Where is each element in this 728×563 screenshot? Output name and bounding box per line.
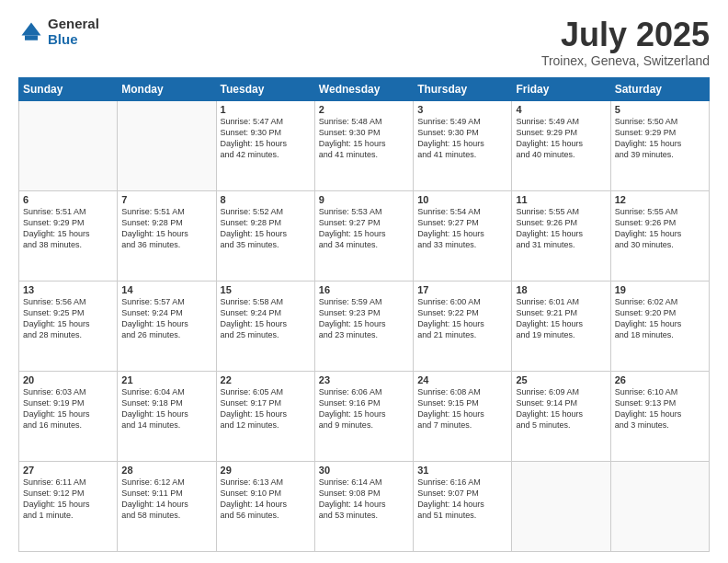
calendar-cell: 21Sunrise: 6:04 AM Sunset: 9:18 PM Dayli… — [118, 371, 216, 461]
day-info: Sunrise: 5:48 AM Sunset: 9:30 PM Dayligh… — [319, 116, 409, 161]
day-number: 11 — [516, 194, 606, 205]
day-info: Sunrise: 5:52 AM Sunset: 9:28 PM Dayligh… — [221, 206, 311, 251]
calendar-cell: 28Sunrise: 6:12 AM Sunset: 9:11 PM Dayli… — [118, 461, 216, 551]
svg-marker-0 — [22, 22, 41, 35]
calendar-cell: 8Sunrise: 5:52 AM Sunset: 9:28 PM Daylig… — [216, 190, 314, 281]
day-info: Sunrise: 5:55 AM Sunset: 9:26 PM Dayligh… — [615, 206, 705, 251]
calendar-cell: 1Sunrise: 5:47 AM Sunset: 9:30 PM Daylig… — [216, 100, 314, 190]
calendar-cell: 25Sunrise: 6:09 AM Sunset: 9:14 PM Dayli… — [512, 371, 610, 461]
page: General Blue July 2025 Troinex, Geneva, … — [0, 0, 728, 563]
calendar-cell: 18Sunrise: 6:01 AM Sunset: 9:21 PM Dayli… — [512, 281, 610, 371]
day-info: Sunrise: 6:05 AM Sunset: 9:17 PM Dayligh… — [221, 386, 311, 431]
day-number: 30 — [319, 465, 409, 476]
header-row: Sunday Monday Tuesday Wednesday Thursday… — [19, 77, 710, 100]
svg-rect-1 — [25, 35, 38, 40]
day-number: 29 — [221, 465, 311, 476]
col-sunday: Sunday — [19, 77, 118, 100]
col-monday: Monday — [118, 77, 216, 100]
day-number: 12 — [615, 194, 705, 205]
day-info: Sunrise: 5:54 AM Sunset: 9:27 PM Dayligh… — [417, 206, 507, 251]
day-info: Sunrise: 5:55 AM Sunset: 9:26 PM Dayligh… — [516, 206, 606, 251]
day-number: 28 — [121, 465, 211, 476]
calendar-cell: 24Sunrise: 6:08 AM Sunset: 9:15 PM Dayli… — [414, 371, 512, 461]
col-tuesday: Tuesday — [216, 77, 314, 100]
calendar-cell: 30Sunrise: 6:14 AM Sunset: 9:08 PM Dayli… — [314, 461, 413, 551]
day-info: Sunrise: 5:49 AM Sunset: 9:30 PM Dayligh… — [417, 116, 507, 161]
calendar-cell: 17Sunrise: 6:00 AM Sunset: 9:22 PM Dayli… — [414, 281, 512, 371]
day-number: 16 — [319, 284, 409, 295]
day-info: Sunrise: 5:59 AM Sunset: 9:23 PM Dayligh… — [319, 296, 409, 341]
day-number: 24 — [417, 374, 507, 385]
day-info: Sunrise: 6:09 AM Sunset: 9:14 PM Dayligh… — [516, 386, 606, 431]
day-info: Sunrise: 6:00 AM Sunset: 9:22 PM Dayligh… — [417, 296, 507, 341]
day-info: Sunrise: 6:16 AM Sunset: 9:07 PM Dayligh… — [417, 477, 507, 522]
calendar-cell — [118, 100, 216, 190]
calendar-cell: 11Sunrise: 5:55 AM Sunset: 9:26 PM Dayli… — [512, 190, 610, 281]
calendar-cell: 31Sunrise: 6:16 AM Sunset: 9:07 PM Dayli… — [414, 461, 512, 551]
day-number: 21 — [121, 374, 211, 385]
day-info: Sunrise: 6:12 AM Sunset: 9:11 PM Dayligh… — [121, 477, 211, 522]
day-info: Sunrise: 5:51 AM Sunset: 9:28 PM Dayligh… — [121, 206, 211, 251]
calendar-cell: 6Sunrise: 5:51 AM Sunset: 9:29 PM Daylig… — [19, 190, 118, 281]
day-info: Sunrise: 5:51 AM Sunset: 9:29 PM Dayligh… — [23, 206, 113, 251]
week-row-4: 20Sunrise: 6:03 AM Sunset: 9:19 PM Dayli… — [19, 371, 710, 461]
week-row-3: 13Sunrise: 5:56 AM Sunset: 9:25 PM Dayli… — [19, 281, 710, 371]
col-friday: Friday — [512, 77, 610, 100]
day-info: Sunrise: 5:57 AM Sunset: 9:24 PM Dayligh… — [121, 296, 211, 341]
calendar-header: Sunday Monday Tuesday Wednesday Thursday… — [19, 77, 710, 100]
day-info: Sunrise: 5:50 AM Sunset: 9:29 PM Dayligh… — [615, 116, 705, 161]
day-info: Sunrise: 6:11 AM Sunset: 9:12 PM Dayligh… — [23, 477, 113, 522]
calendar-table: Sunday Monday Tuesday Wednesday Thursday… — [18, 77, 710, 552]
main-title: July 2025 — [541, 17, 710, 53]
day-info: Sunrise: 6:14 AM Sunset: 9:08 PM Dayligh… — [319, 477, 409, 522]
day-number: 14 — [121, 284, 211, 295]
day-info: Sunrise: 6:10 AM Sunset: 9:13 PM Dayligh… — [615, 386, 705, 431]
calendar-cell: 29Sunrise: 6:13 AM Sunset: 9:10 PM Dayli… — [216, 461, 314, 551]
logo: General Blue — [18, 17, 99, 47]
calendar-cell: 14Sunrise: 5:57 AM Sunset: 9:24 PM Dayli… — [118, 281, 216, 371]
calendar-cell: 26Sunrise: 6:10 AM Sunset: 9:13 PM Dayli… — [610, 371, 709, 461]
calendar-cell — [610, 461, 709, 551]
day-number: 25 — [516, 374, 606, 385]
day-info: Sunrise: 6:06 AM Sunset: 9:16 PM Dayligh… — [319, 386, 409, 431]
day-number: 18 — [516, 284, 606, 295]
day-number: 3 — [417, 104, 507, 115]
day-number: 6 — [23, 194, 113, 205]
calendar-cell: 23Sunrise: 6:06 AM Sunset: 9:16 PM Dayli… — [314, 371, 413, 461]
day-info: Sunrise: 5:49 AM Sunset: 9:29 PM Dayligh… — [516, 116, 606, 161]
day-number: 20 — [23, 374, 113, 385]
day-number: 15 — [221, 284, 311, 295]
logo-blue: Blue — [48, 32, 99, 48]
col-saturday: Saturday — [610, 77, 709, 100]
calendar-cell: 13Sunrise: 5:56 AM Sunset: 9:25 PM Dayli… — [19, 281, 118, 371]
day-number: 9 — [319, 194, 409, 205]
day-number: 10 — [417, 194, 507, 205]
day-number: 4 — [516, 104, 606, 115]
calendar-cell: 9Sunrise: 5:53 AM Sunset: 9:27 PM Daylig… — [314, 190, 413, 281]
col-thursday: Thursday — [414, 77, 512, 100]
calendar-cell: 16Sunrise: 5:59 AM Sunset: 9:23 PM Dayli… — [314, 281, 413, 371]
header: General Blue July 2025 Troinex, Geneva, … — [18, 17, 710, 68]
day-info: Sunrise: 5:53 AM Sunset: 9:27 PM Dayligh… — [319, 206, 409, 251]
day-info: Sunrise: 5:47 AM Sunset: 9:30 PM Dayligh… — [221, 116, 311, 161]
calendar-cell: 15Sunrise: 5:58 AM Sunset: 9:24 PM Dayli… — [216, 281, 314, 371]
calendar-cell: 5Sunrise: 5:50 AM Sunset: 9:29 PM Daylig… — [610, 100, 709, 190]
calendar-cell — [19, 100, 118, 190]
day-number: 26 — [615, 374, 705, 385]
calendar-cell — [512, 461, 610, 551]
day-number: 13 — [23, 284, 113, 295]
day-info: Sunrise: 6:02 AM Sunset: 9:20 PM Dayligh… — [615, 296, 705, 341]
day-number: 23 — [319, 374, 409, 385]
col-wednesday: Wednesday — [314, 77, 413, 100]
day-number: 2 — [319, 104, 409, 115]
day-number: 1 — [221, 104, 311, 115]
calendar-cell: 20Sunrise: 6:03 AM Sunset: 9:19 PM Dayli… — [19, 371, 118, 461]
logo-icon — [18, 19, 44, 45]
title-block: July 2025 Troinex, Geneva, Switzerland — [541, 17, 710, 68]
subtitle: Troinex, Geneva, Switzerland — [541, 53, 710, 68]
calendar-body: 1Sunrise: 5:47 AM Sunset: 9:30 PM Daylig… — [19, 100, 710, 551]
day-info: Sunrise: 6:01 AM Sunset: 9:21 PM Dayligh… — [516, 296, 606, 341]
day-number: 5 — [615, 104, 705, 115]
calendar-cell: 2Sunrise: 5:48 AM Sunset: 9:30 PM Daylig… — [314, 100, 413, 190]
calendar-cell: 4Sunrise: 5:49 AM Sunset: 9:29 PM Daylig… — [512, 100, 610, 190]
